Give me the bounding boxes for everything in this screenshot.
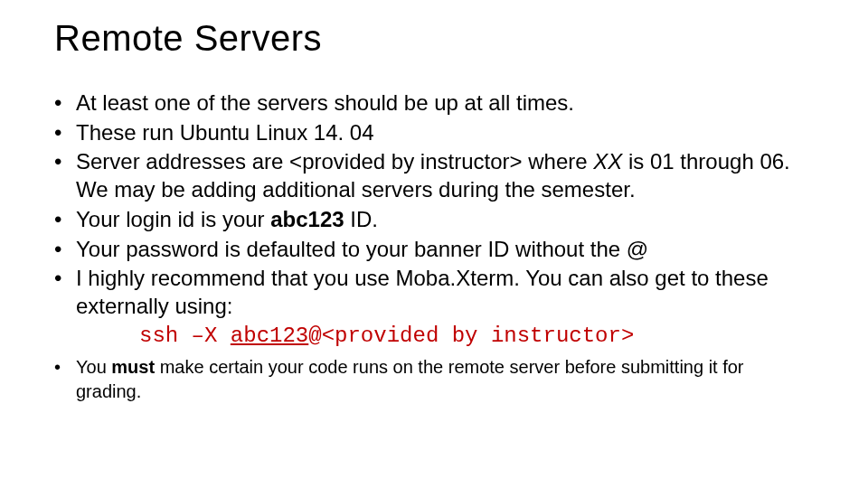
login-id-bold: abc123 bbox=[270, 207, 344, 231]
ssh-user: abc123 bbox=[231, 324, 308, 348]
variable-xx: XX bbox=[593, 149, 622, 174]
bullet-text: These run Ubuntu Linux 14. 04 bbox=[76, 120, 374, 145]
bullet-item: Your password is defaulted to your banne… bbox=[54, 236, 814, 264]
bullet-text: Server addresses are bbox=[76, 149, 289, 174]
slide-title: Remote Servers bbox=[54, 18, 814, 59]
ssh-host: <provided by instructor> bbox=[322, 324, 635, 348]
must-bold: must bbox=[111, 357, 155, 377]
ssh-cmd-text: ssh –X bbox=[139, 324, 231, 348]
bullet-text: I highly recommend that you use Moba.Xte… bbox=[76, 266, 769, 318]
bullet-item: These run Ubuntu Linux 14. 04 bbox=[54, 119, 814, 147]
sub-bullet-list: You must make certain your code runs on … bbox=[54, 355, 814, 404]
bullet-text: where bbox=[523, 149, 594, 174]
placeholder-text: <provided by instructor> bbox=[289, 149, 522, 174]
bullet-text: At least one of the servers should be up… bbox=[76, 90, 574, 115]
bullet-item: At least one of the servers should be up… bbox=[54, 89, 814, 117]
bullet-item: I highly recommend that you use Moba.Xte… bbox=[54, 265, 814, 350]
bullet-item: You must make certain your code runs on … bbox=[54, 355, 814, 404]
ssh-command: ssh –X abc123@<provided by instructor> bbox=[139, 323, 814, 351]
bullet-item: Server addresses are <provided by instru… bbox=[54, 148, 814, 203]
bullet-list: At least one of the servers should be up… bbox=[54, 89, 814, 350]
bullet-text: Your login id is your bbox=[76, 207, 270, 231]
bullet-text: You bbox=[76, 357, 111, 377]
slide: Remote Servers At least one of the serve… bbox=[0, 0, 868, 422]
bullet-text: make certain your code runs on the remot… bbox=[76, 357, 744, 401]
ssh-at: @ bbox=[308, 324, 321, 348]
bullet-text: ID. bbox=[344, 207, 378, 231]
bullet-item: Your login id is your abc123 ID. bbox=[54, 206, 814, 234]
bullet-text: Your password is defaulted to your banne… bbox=[76, 237, 648, 261]
